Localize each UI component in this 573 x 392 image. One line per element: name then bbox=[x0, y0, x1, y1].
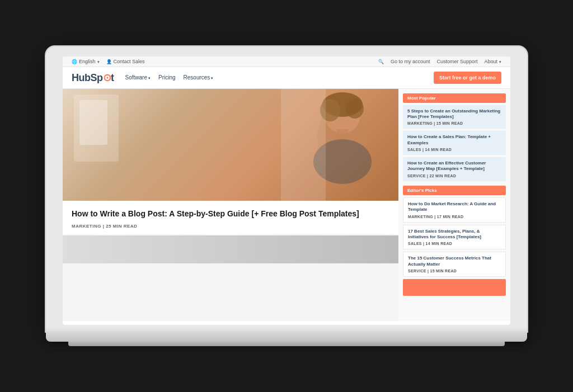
screen-bezel: English Contact Sales Go to my account C… bbox=[46, 46, 527, 332]
popular-item-3[interactable]: How to Create an Effective Customer Jour… bbox=[403, 157, 506, 181]
person-illustration bbox=[281, 89, 382, 201]
popular-item-3-meta: SERVICE | 22 MIN READ bbox=[407, 174, 501, 178]
laptop-base bbox=[46, 332, 527, 342]
featured-image bbox=[63, 89, 398, 201]
pricing-link[interactable]: Pricing bbox=[158, 74, 176, 81]
editors-picks-title: Editor's Picks bbox=[403, 186, 506, 195]
cta-button[interactable]: Start free or get a demo bbox=[434, 72, 501, 84]
orange-cta-bar[interactable] bbox=[403, 279, 506, 296]
sidebar: Most Popular 5 Steps to Create an Outsta… bbox=[398, 89, 510, 321]
blog-main: How to Write a Blog Post: A Step-by-Step… bbox=[63, 89, 398, 321]
popular-item-2-meta: SALES | 14 MIN READ bbox=[407, 148, 501, 152]
laptop-frame: English Contact Sales Go to my account C… bbox=[46, 46, 527, 346]
chevron-software bbox=[148, 74, 151, 81]
language-label: English bbox=[79, 59, 96, 64]
main-nav: HubSp⊙t Software Pricing Resources bbox=[63, 67, 510, 89]
contact-sales-label: Contact Sales bbox=[114, 59, 145, 64]
editors-item-2-meta: SALES | 14 MIN READ bbox=[408, 242, 501, 245]
content-area: How to Write a Blog Post: A Step-by-Step… bbox=[63, 89, 510, 321]
contact-sales-link[interactable]: Contact Sales bbox=[106, 59, 145, 64]
software-menu[interactable]: Software bbox=[125, 74, 151, 81]
globe-icon bbox=[72, 59, 77, 64]
editors-item-3-meta: SERVICE | 15 MIN READ bbox=[408, 269, 501, 273]
logo-text: HubSp⊙t bbox=[72, 72, 114, 83]
go-to-account-link[interactable]: Go to my account bbox=[391, 59, 430, 64]
popular-item-1-meta: MARKETING | 15 MIN READ bbox=[407, 121, 501, 125]
resources-label: Resources bbox=[184, 74, 210, 81]
editors-item-2[interactable]: 17 Best Sales Strategies, Plans, & Initi… bbox=[403, 225, 506, 250]
chevron-resources bbox=[211, 74, 213, 81]
most-popular-section: Most Popular 5 Steps to Create an Outsta… bbox=[403, 93, 506, 181]
featured-article-meta: MARKETING | 25 MIN READ bbox=[72, 224, 389, 229]
popular-item-2[interactable]: How to Create a Sales Plan: Template + E… bbox=[403, 131, 506, 155]
editors-item-1-title: How to Do Market Research: A Guide and T… bbox=[408, 201, 501, 213]
top-bar-left: English Contact Sales bbox=[72, 59, 145, 64]
svg-rect-6 bbox=[337, 129, 348, 139]
editors-item-1[interactable]: How to Do Market Research: A Guide and T… bbox=[403, 197, 506, 223]
svg-rect-8 bbox=[281, 89, 326, 201]
browser-window: English Contact Sales Go to my account C… bbox=[63, 56, 510, 325]
laptop-foot bbox=[68, 342, 505, 346]
resources-menu[interactable]: Resources bbox=[184, 74, 214, 81]
featured-article-title[interactable]: How to Write a Blog Post: A Step-by-Step… bbox=[72, 209, 389, 220]
about-label: About bbox=[484, 59, 497, 64]
user-icon bbox=[106, 59, 112, 64]
software-label: Software bbox=[125, 74, 147, 81]
chevron-down-icon bbox=[97, 59, 100, 64]
svg-point-5 bbox=[346, 98, 364, 119]
hubspot-logo[interactable]: HubSp⊙t bbox=[72, 72, 114, 84]
search-icon[interactable] bbox=[378, 59, 384, 64]
editors-item-2-title: 17 Best Sales Strategies, Plans, & Initi… bbox=[408, 229, 501, 240]
featured-content: How to Write a Blog Post: A Step-by-Step… bbox=[63, 201, 398, 235]
nav-left: HubSp⊙t Software Pricing Resources bbox=[72, 72, 213, 84]
popular-item-2-title: How to Create a Sales Plan: Template + E… bbox=[407, 134, 501, 146]
customer-support-link[interactable]: Customer Support bbox=[436, 59, 477, 64]
language-selector[interactable]: English bbox=[72, 59, 100, 64]
chevron-down-icon-about bbox=[499, 59, 501, 64]
about-menu[interactable]: About bbox=[484, 59, 501, 64]
top-utility-bar: English Contact Sales Go to my account C… bbox=[63, 56, 510, 67]
editors-item-1-meta: MARKETING | 17 MIN READ bbox=[408, 215, 501, 219]
popular-item-3-title: How to Create an Effective Customer Jour… bbox=[407, 160, 501, 172]
nav-links: Software Pricing Resources bbox=[125, 74, 214, 81]
top-bar-right: Go to my account Customer Support About bbox=[378, 59, 501, 64]
popular-item-1-title: 5 Steps to Create an Outstanding Marketi… bbox=[407, 108, 501, 120]
popular-item-1[interactable]: 5 Steps to Create an Outstanding Marketi… bbox=[403, 105, 506, 129]
pricing-label: Pricing bbox=[158, 74, 176, 81]
editors-item-3-title: The 15 Customer Success Metrics That Act… bbox=[408, 256, 501, 267]
editors-picks-section: Editor's Picks How to Do Market Research… bbox=[403, 186, 506, 296]
second-article-preview bbox=[63, 235, 398, 263]
most-popular-title: Most Popular bbox=[403, 93, 506, 103]
editors-item-3[interactable]: The 15 Customer Success Metrics That Act… bbox=[403, 252, 506, 277]
